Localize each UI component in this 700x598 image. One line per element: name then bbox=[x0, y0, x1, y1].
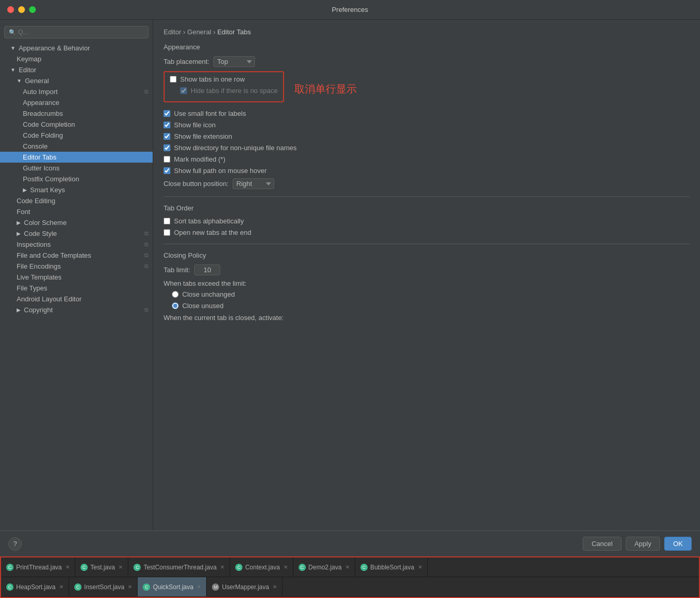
copy-icon: ⧉ bbox=[144, 252, 149, 259]
content-area: Editor › General › Editor Tabs Appearanc… bbox=[153, 20, 700, 530]
use-small-font-checkbox[interactable] bbox=[164, 110, 170, 117]
tab-label-heapsort: HeapSort.java bbox=[16, 583, 56, 591]
editor-tabs-row-1: C PrintThread.java ✕ C Test.java ✕ C Tes… bbox=[1, 557, 699, 577]
sort-tabs-alpha-label: Sort tabs alphabetically bbox=[174, 217, 244, 225]
breadcrumb-current: Editor Tabs bbox=[217, 28, 251, 36]
hide-tabs-no-space-label: Hide tabs if there is no space bbox=[191, 87, 278, 95]
when-current-tab-closed-section: When the current tab is closed, activate… bbox=[164, 314, 690, 322]
editor-tab-demo2[interactable]: C Demo2.java ✕ bbox=[293, 557, 355, 577]
sidebar-item-code-editing[interactable]: Code Editing bbox=[0, 195, 153, 206]
tab-order-section-heading: Tab Order bbox=[164, 204, 690, 212]
hide-tabs-no-space-checkbox[interactable] bbox=[180, 87, 187, 94]
main-layout: 🔍 ▼ Appearance & Behavior Keymap ▼ Edito… bbox=[0, 20, 700, 530]
sidebar-item-label: Gutter Icons bbox=[23, 164, 60, 172]
sidebar-item-gutter-icons[interactable]: Gutter Icons bbox=[0, 163, 153, 174]
sidebar-item-code-folding[interactable]: Code Folding bbox=[0, 130, 153, 141]
close-button-position-dropdown[interactable]: Right Left None bbox=[233, 178, 274, 189]
close-button[interactable] bbox=[7, 6, 14, 13]
toggle-icon: ▼ bbox=[10, 67, 16, 73]
sidebar-item-copyright[interactable]: ▶ Copyright ⧉ bbox=[0, 304, 153, 315]
ok-button[interactable]: OK bbox=[664, 537, 692, 551]
sidebar-item-editor[interactable]: ▼ Editor bbox=[0, 64, 153, 75]
show-directory-row: Show directory for non-unique file names bbox=[164, 144, 690, 152]
show-file-icon-checkbox[interactable] bbox=[164, 122, 170, 128]
tab-close-demo2[interactable]: ✕ bbox=[345, 564, 349, 570]
sidebar-item-breadcrumbs[interactable]: Breadcrumbs bbox=[0, 108, 153, 119]
sort-tabs-alpha-row: Sort tabs alphabetically bbox=[164, 217, 690, 225]
editor-tab-bubblesort[interactable]: C BubbleSort.java ✕ bbox=[355, 557, 428, 577]
sidebar-item-general[interactable]: ▼ General bbox=[0, 75, 153, 86]
show-tabs-one-row-checkbox[interactable] bbox=[170, 76, 177, 83]
tab-close-usermapper[interactable]: ✕ bbox=[273, 584, 277, 590]
divider-1 bbox=[164, 196, 690, 197]
editor-tab-insertsort[interactable]: C InsertSort.java ✕ bbox=[69, 577, 138, 596]
show-file-extension-checkbox[interactable] bbox=[164, 133, 170, 140]
show-tabs-annotation-row: Show tabs in one row Hide tabs if there … bbox=[164, 71, 690, 107]
tab-close-insertsort[interactable]: ✕ bbox=[128, 584, 132, 590]
tab-label-test: Test.java bbox=[90, 564, 115, 571]
sidebar-item-font[interactable]: Font bbox=[0, 206, 153, 217]
editor-tab-test[interactable]: C Test.java ✕ bbox=[75, 557, 128, 577]
tab-close-testconsumerthread[interactable]: ✕ bbox=[220, 564, 224, 570]
tab-close-context[interactable]: ✕ bbox=[284, 564, 288, 570]
help-button[interactable]: ? bbox=[8, 537, 22, 551]
show-full-path-label: Show full path on mouse hover bbox=[174, 167, 267, 175]
open-new-tabs-end-checkbox[interactable] bbox=[164, 229, 170, 236]
tab-icon-printthread: C bbox=[6, 564, 14, 571]
sidebar-item-label: Keymap bbox=[17, 55, 42, 63]
editor-tab-context[interactable]: C Context.java ✕ bbox=[230, 557, 293, 577]
show-full-path-checkbox[interactable] bbox=[164, 167, 170, 174]
show-file-extension-row: Show file extension bbox=[164, 132, 690, 140]
tab-close-printthread[interactable]: ✕ bbox=[65, 564, 70, 570]
sidebar-item-label: Appearance bbox=[23, 99, 59, 107]
sidebar-item-smart-keys[interactable]: ▶ Smart Keys bbox=[0, 184, 153, 195]
mark-modified-checkbox[interactable] bbox=[164, 156, 170, 163]
maximize-button[interactable] bbox=[29, 6, 36, 13]
tab-label-bubblesort: BubbleSort.java bbox=[370, 564, 414, 571]
sidebar-item-android-layout-editor[interactable]: Android Layout Editor bbox=[0, 294, 153, 304]
show-tabs-one-row-label: Show tabs in one row bbox=[180, 75, 245, 83]
sidebar-item-editor-tabs[interactable]: Editor Tabs bbox=[0, 152, 153, 163]
editor-tab-quicksort[interactable]: C QuickSort.java ✕ bbox=[138, 577, 207, 596]
toggle-icon: ▶ bbox=[23, 187, 27, 193]
editor-tab-usermapper[interactable]: M UserMapper.java ✕ bbox=[207, 577, 282, 596]
search-input[interactable] bbox=[18, 29, 144, 36]
minimize-button[interactable] bbox=[18, 6, 25, 13]
tab-placement-dropdown[interactable]: Top Bottom Left Right None bbox=[213, 56, 255, 67]
editor-tab-testconsumerthread[interactable]: C TestConsumerThread.java ✕ bbox=[128, 557, 230, 577]
sidebar-item-code-completion[interactable]: Code Completion bbox=[0, 119, 153, 130]
sidebar-item-label: Code Completion bbox=[23, 121, 75, 128]
show-full-path-row: Show full path on mouse hover bbox=[164, 167, 690, 175]
sidebar-item-code-style[interactable]: ▶ Code Style ⧉ bbox=[0, 228, 153, 239]
sidebar-item-inspections[interactable]: Inspections ⧉ bbox=[0, 239, 153, 250]
close-unused-row: Close unused bbox=[172, 302, 690, 310]
sidebar-item-appearance-behavior[interactable]: ▼ Appearance & Behavior bbox=[0, 43, 153, 54]
sidebar-item-file-encodings[interactable]: File Encodings ⧉ bbox=[0, 261, 153, 272]
search-container[interactable]: 🔍 bbox=[4, 26, 149, 38]
sidebar-item-file-types[interactable]: File Types bbox=[0, 283, 153, 294]
close-unchanged-radio[interactable] bbox=[172, 291, 179, 298]
sidebar-item-live-templates[interactable]: Live Templates bbox=[0, 272, 153, 283]
tab-close-heapsort[interactable]: ✕ bbox=[59, 584, 63, 590]
close-unused-radio[interactable] bbox=[172, 302, 179, 309]
close-unchanged-row: Close unchanged bbox=[172, 290, 690, 298]
show-directory-checkbox[interactable] bbox=[164, 144, 170, 151]
editor-tab-heapsort[interactable]: C HeapSort.java ✕ bbox=[1, 577, 69, 596]
toggle-icon: ▶ bbox=[17, 307, 21, 313]
sidebar-item-auto-import[interactable]: Auto Import ⧉ bbox=[0, 86, 153, 97]
sidebar-item-color-scheme[interactable]: ▶ Color Scheme bbox=[0, 217, 153, 228]
sidebar-item-appearance[interactable]: Appearance bbox=[0, 97, 153, 108]
sidebar-item-console[interactable]: Console bbox=[0, 141, 153, 152]
window-title: Preferences bbox=[332, 6, 368, 14]
apply-button[interactable]: Apply bbox=[626, 537, 661, 551]
tab-close-bubblesort[interactable]: ✕ bbox=[418, 564, 422, 570]
editor-tab-printthread[interactable]: C PrintThread.java ✕ bbox=[1, 557, 75, 577]
tab-close-quicksort[interactable]: ✕ bbox=[197, 584, 201, 590]
cancel-button[interactable]: Cancel bbox=[583, 537, 621, 551]
sort-tabs-alpha-checkbox[interactable] bbox=[164, 218, 170, 224]
tab-close-test[interactable]: ✕ bbox=[118, 564, 123, 570]
sidebar-item-postfix-completion[interactable]: Postfix Completion bbox=[0, 174, 153, 184]
sidebar-item-file-code-templates[interactable]: File and Code Templates ⧉ bbox=[0, 250, 153, 261]
tab-limit-input[interactable] bbox=[194, 264, 220, 275]
sidebar-item-keymap[interactable]: Keymap bbox=[0, 54, 153, 64]
